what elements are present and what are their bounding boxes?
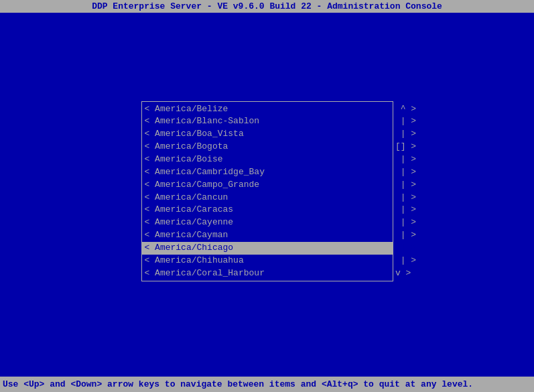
title-text: DDP Enterprise Server - VE v9.6.0 Build …: [92, 1, 442, 11]
list-item[interactable]: < America/Campo_Grande | >: [142, 179, 393, 192]
list-item[interactable]: < America/Caracas | >: [142, 204, 393, 216]
list-item[interactable]: < America/Bogota [] >: [142, 141, 393, 153]
list-item[interactable]: < America/Boa_Vista | >: [142, 128, 393, 141]
list-item[interactable]: < America/Cambridge_Bay | >: [142, 166, 393, 179]
list-item[interactable]: < America/Chicago | >: [142, 242, 393, 255]
status-bar: Use <Up> and <Down> arrow keys to naviga…: [0, 377, 534, 392]
list-item[interactable]: < America/Belize ^ >: [142, 103, 393, 116]
list-item[interactable]: < America/Cayman | >: [142, 229, 393, 242]
status-text: Use <Up> and <Down> arrow keys to naviga…: [3, 379, 473, 389]
list-item[interactable]: < America/Chihuahua | >: [142, 255, 393, 267]
list-item[interactable]: < America/Coral_Harbour v >: [142, 267, 393, 280]
list-item[interactable]: < America/Cayenne | >: [142, 216, 393, 229]
list-item[interactable]: < America/Blanc-Sablon | >: [142, 115, 393, 128]
main-area: < America/Belize ^ >< America/Blanc-Sabl…: [0, 13, 534, 370]
title-bar: DDP Enterprise Server - VE v9.6.0 Build …: [0, 0, 534, 13]
list-item[interactable]: < America/Boise | >: [142, 153, 393, 166]
list-container[interactable]: < America/Belize ^ >< America/Blanc-Sabl…: [141, 101, 393, 282]
list-item[interactable]: < America/Cancun | >: [142, 192, 393, 204]
